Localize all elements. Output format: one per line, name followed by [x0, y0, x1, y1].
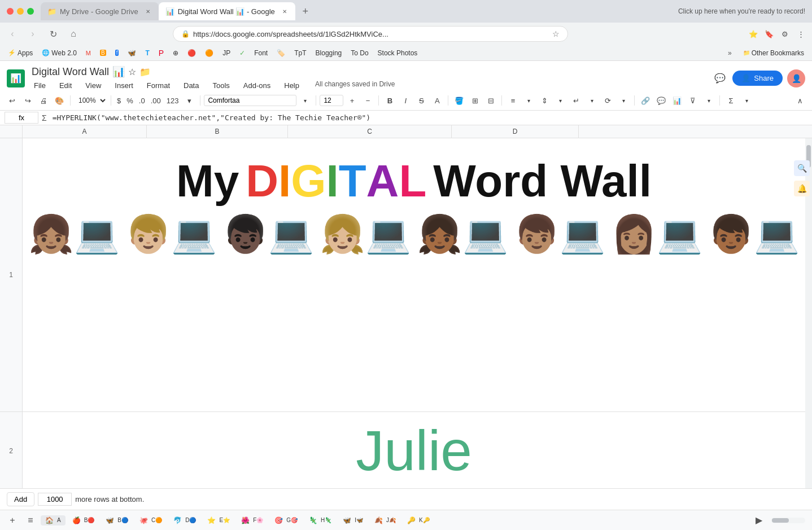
filter-dropdown[interactable]: ▾	[701, 93, 716, 108]
bookmark-blogging[interactable]: Blogging	[312, 48, 346, 58]
zoom-select[interactable]: 100%	[74, 95, 107, 106]
link-button[interactable]: 🔗	[638, 93, 653, 108]
italic-button[interactable]: I	[398, 93, 413, 108]
bookmark-b1[interactable]: B	[97, 49, 110, 57]
forward-button[interactable]: ›	[25, 26, 41, 42]
currency-button[interactable]: $	[115, 97, 123, 105]
filter-button[interactable]: ⊽	[686, 93, 700, 108]
functions-button[interactable]: Σ	[723, 93, 738, 108]
sheet-tab-j[interactable]: 🍂 J🍂	[370, 515, 400, 525]
merged-cell-row1[interactable]: My DIGITAL Word Wall 👧🏽💻 👦🏼💻 👦🏿💻 👧�	[23, 138, 805, 411]
decimal-zero-button[interactable]: .0	[137, 97, 147, 105]
collapse-toolbar-button[interactable]: ∧	[793, 93, 807, 108]
valign-button[interactable]: ⇕	[537, 93, 552, 108]
menu-data[interactable]: Data	[181, 80, 201, 91]
menu-tools[interactable]: Tools	[210, 80, 232, 91]
menu-insert[interactable]: Insert	[112, 80, 136, 91]
bookmark-b3[interactable]: 🦋	[124, 48, 139, 58]
more-bookmarks[interactable]: »	[724, 48, 735, 58]
font-size-up[interactable]: +	[344, 93, 359, 108]
wrap-button[interactable]: ↵	[569, 93, 583, 108]
address-bar[interactable]: 🔒 https://docs.google.com/spreadsheets/d…	[173, 26, 568, 42]
menu-addons[interactable]: Add-ons	[241, 80, 273, 91]
sheet-tab-b2[interactable]: 🦋 B🔵	[101, 515, 133, 525]
explore-icon[interactable]: 🔍	[794, 160, 810, 176]
align-dropdown[interactable]: ▾	[521, 93, 536, 108]
extension-icon-1[interactable]: ⭐	[746, 27, 760, 41]
bookmark-apps3[interactable]: 🟠	[202, 48, 217, 58]
borders-button[interactable]: ⊞	[468, 93, 482, 108]
functions-dropdown[interactable]: ▾	[739, 93, 754, 108]
folder-icon[interactable]: 📁	[139, 67, 151, 77]
bookmark-stock[interactable]: Stock Photos	[374, 48, 421, 58]
bookmark-check[interactable]: ✓	[236, 48, 248, 58]
sheet-next-button[interactable]: ▶	[751, 513, 767, 528]
tab-sheets[interactable]: 📊 Digital Word Wall 📊 - Google ✕	[159, 2, 295, 20]
extension-icon-2[interactable]: 🔖	[762, 27, 776, 41]
cell-reference[interactable]: fx	[5, 112, 38, 124]
menu-help[interactable]: Help	[282, 80, 302, 91]
sheet-tab-a[interactable]: 🏠 A	[41, 515, 66, 525]
text-color-button[interactable]: A	[430, 93, 444, 108]
sheet-menu-button[interactable]: ≡	[23, 513, 38, 528]
wrap-dropdown[interactable]: ▾	[584, 93, 599, 108]
share-button[interactable]: 👤 Share	[732, 71, 783, 86]
chart-button[interactable]: 📊	[670, 93, 684, 108]
star-icon[interactable]: ☆	[128, 67, 136, 77]
bookmark-todo[interactable]: To Do	[347, 48, 372, 58]
tab-close-gdrive[interactable]: ✕	[144, 7, 152, 15]
print-button[interactable]: 🖨	[36, 93, 51, 108]
comment-toolbar-button[interactable]: 💬	[654, 93, 669, 108]
add-sheet-button[interactable]: +	[5, 513, 20, 528]
paint-format-button[interactable]: 🎨	[52, 93, 67, 108]
add-rows-count[interactable]	[38, 493, 72, 506]
formula-input[interactable]	[50, 112, 807, 123]
scrollbar-horizontal[interactable]	[771, 518, 805, 523]
strikethrough-button[interactable]: S	[414, 93, 429, 108]
decimal-two-button[interactable]: .00	[149, 97, 163, 105]
col-header-b[interactable]: B	[147, 125, 288, 138]
bookmark-web20[interactable]: 🌐Web 2.0	[38, 48, 80, 58]
bookmark-pinterest[interactable]: P	[155, 47, 167, 59]
col-header-a[interactable]: A	[23, 125, 147, 138]
notification-icon[interactable]: 🔔	[794, 181, 810, 196]
account-icon[interactable]: 👤	[787, 69, 805, 87]
sheet-tab-e[interactable]: ⭐ E⭐	[203, 515, 234, 525]
menu-format[interactable]: Format	[145, 80, 172, 91]
menu-edit[interactable]: Edit	[57, 80, 74, 91]
font-family-input[interactable]	[204, 95, 296, 106]
col-header-c[interactable]: C	[288, 125, 452, 138]
percent-button[interactable]: %	[124, 97, 136, 105]
bookmark-font[interactable]: Font	[251, 48, 271, 58]
undo-button[interactable]: ↩	[5, 93, 19, 108]
bookmark-apps2[interactable]: 🔴	[184, 48, 199, 58]
add-rows-button[interactable]: Add	[7, 492, 34, 506]
menu-view[interactable]: View	[83, 80, 103, 91]
bookmark-tpt[interactable]: TpT	[291, 48, 309, 58]
name-cell[interactable]: Julie	[23, 412, 805, 488]
sheet-tab-b1[interactable]: 🍎 B🔴	[68, 515, 99, 525]
format-number-dropdown[interactable]: ▾	[182, 93, 197, 108]
menu-file[interactable]: File	[32, 80, 48, 91]
minimize-button[interactable]	[17, 8, 24, 15]
col-header-d[interactable]: D	[452, 125, 579, 138]
bookmark-apps[interactable]: ⚡Apps	[5, 48, 36, 58]
bookmark-t[interactable]: 🏷️	[273, 48, 289, 58]
bookmark-tumblr[interactable]: ⊕	[169, 48, 182, 58]
scrollbar-thumb-h[interactable]	[772, 518, 789, 523]
redo-button[interactable]: ↪	[20, 93, 35, 108]
comment-button[interactable]: 💬	[712, 71, 728, 86]
bookmark-jp[interactable]: JP	[219, 48, 234, 58]
bookmark-icon[interactable]: ☆	[552, 29, 560, 38]
bookmark-b4[interactable]: T	[142, 48, 152, 58]
back-button[interactable]: ‹	[5, 26, 20, 42]
sheet-tab-g[interactable]: 🎯 G🎯	[270, 515, 302, 525]
extension-icon-3[interactable]: ⚙	[778, 27, 792, 41]
font-size-down[interactable]: −	[360, 93, 375, 108]
rotate-dropdown[interactable]: ▾	[616, 93, 631, 108]
font-size-input[interactable]	[320, 95, 343, 106]
reload-button[interactable]: ↻	[45, 26, 61, 42]
row-num-2[interactable]: 2	[0, 412, 22, 488]
tab-gdrive[interactable]: 📁 My Drive - Google Drive ✕	[41, 2, 159, 20]
close-button[interactable]	[7, 8, 14, 15]
